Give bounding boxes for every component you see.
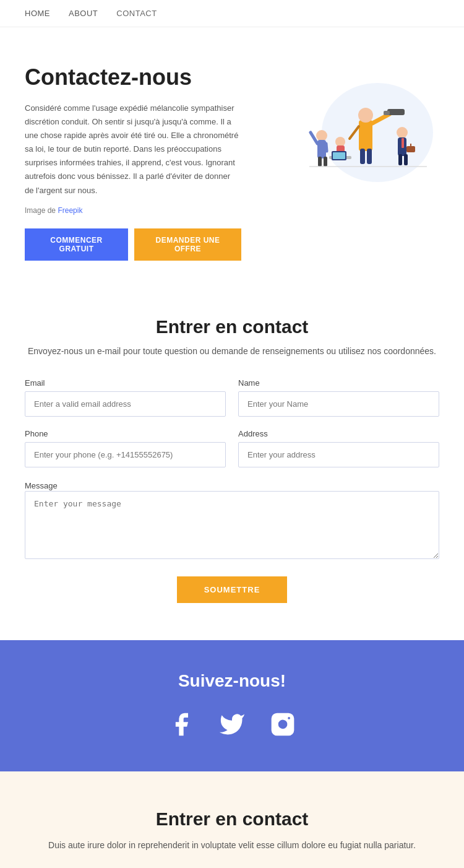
facebook-icon[interactable] xyxy=(165,708,197,740)
svg-point-15 xyxy=(335,137,345,147)
hero-text: Considéré comme l'usage expédié mélancol… xyxy=(25,102,241,197)
instagram-icon[interactable] xyxy=(267,708,299,740)
navigation: HOME ABOUT CONTACT xyxy=(0,0,464,27)
address-label: Address xyxy=(238,429,439,438)
contact-info-section: Entrer en contact Duis aute irure dolor … xyxy=(0,771,464,868)
svg-rect-13 xyxy=(318,157,322,167)
nav-contact[interactable]: CONTACT xyxy=(116,9,157,18)
name-label: Name xyxy=(238,378,439,388)
message-group: Message xyxy=(25,480,439,562)
hero-buttons: COMMENCER GRATUIT DEMANDER UNE OFFRE xyxy=(25,228,241,261)
social-title: Suivez-nous! xyxy=(25,671,439,691)
info-title: Entrer en contact xyxy=(25,809,439,830)
svg-rect-10 xyxy=(317,140,326,158)
svg-rect-24 xyxy=(404,154,408,165)
svg-point-0 xyxy=(322,83,433,182)
svg-rect-25 xyxy=(406,146,415,152)
message-label: Message xyxy=(25,481,58,490)
email-input[interactable] xyxy=(25,391,226,417)
phone-input[interactable] xyxy=(25,442,226,467)
name-group: Name xyxy=(238,378,439,417)
twitter-icon[interactable] xyxy=(216,708,248,740)
form-subtitle: Envoyez-nous un e-mail pour toute questi… xyxy=(25,346,439,356)
address-group: Address xyxy=(238,429,439,467)
hero-content: Contactez-nous Considéré comme l'usage e… xyxy=(25,64,254,261)
contact-form: Email Name Phone Address Message SOUMETT… xyxy=(25,378,439,603)
svg-point-20 xyxy=(397,127,408,138)
svg-rect-3 xyxy=(360,149,365,164)
svg-rect-7 xyxy=(384,111,390,115)
email-group: Email xyxy=(25,378,226,417)
freepik-link[interactable]: Freepik xyxy=(58,206,82,215)
form-row-1: Email Name xyxy=(25,378,439,417)
social-section: Suivez-nous! xyxy=(0,640,464,771)
email-label: Email xyxy=(25,378,226,388)
form-row-2: Phone Address xyxy=(25,429,439,467)
hero-section: Contactez-nous Considéré comme l'usage e… xyxy=(0,27,464,285)
contact-form-section: Entrer en contact Envoyez-nous un e-mail… xyxy=(0,285,464,640)
svg-rect-19 xyxy=(333,152,345,159)
phone-label: Phone xyxy=(25,429,226,438)
svg-rect-22 xyxy=(402,138,404,148)
svg-point-9 xyxy=(316,130,327,141)
submit-button[interactable]: SOUMETTRE xyxy=(177,576,288,603)
start-button[interactable]: COMMENCER GRATUIT xyxy=(25,228,128,261)
svg-rect-14 xyxy=(324,157,327,167)
social-icons xyxy=(25,708,439,740)
hero-title: Contactez-nous xyxy=(25,64,241,90)
nav-about[interactable]: ABOUT xyxy=(69,9,98,18)
name-input[interactable] xyxy=(238,391,439,417)
info-subtitle: Duis aute irure dolor in reprehenderit i… xyxy=(25,838,439,852)
phone-group: Phone xyxy=(25,429,226,467)
svg-rect-23 xyxy=(398,154,402,165)
nav-home[interactable]: HOME xyxy=(25,9,50,18)
svg-rect-1 xyxy=(359,120,372,151)
form-title: Entrer en contact xyxy=(25,316,439,337)
offer-button[interactable]: DEMANDER UNE OFFRE xyxy=(134,228,241,261)
svg-line-12 xyxy=(326,144,327,151)
hero-image xyxy=(254,64,439,188)
hero-image-credit: Image de Freepik xyxy=(25,206,241,215)
svg-rect-4 xyxy=(367,149,372,164)
address-input[interactable] xyxy=(238,442,439,467)
svg-rect-6 xyxy=(387,109,405,115)
message-input[interactable] xyxy=(25,491,439,559)
svg-point-2 xyxy=(358,108,373,123)
